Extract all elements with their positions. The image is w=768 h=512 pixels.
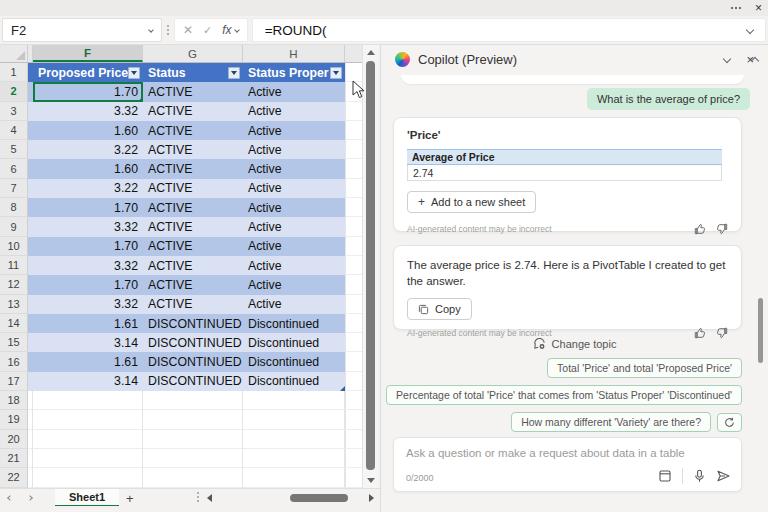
cell-g20[interactable] [143,430,243,449]
cell-h7[interactable]: Active [243,179,345,198]
cell-h15[interactable]: Discontinued [243,333,345,352]
cell-f16[interactable]: 1.61 [33,352,143,371]
row-number[interactable]: 7 [0,179,28,198]
empty-cell[interactable] [345,198,362,217]
cell-h16[interactable]: Discontinued [243,352,345,371]
cell-g14[interactable]: DISCONTINUED [143,314,243,333]
cell-g8[interactable]: ACTIVE [143,198,243,217]
cell-f2[interactable]: 1.70 [33,82,143,101]
empty-cell[interactable] [345,333,362,352]
microphone-icon[interactable] [693,469,706,483]
cell-f11[interactable]: 3.32 [33,256,143,275]
cell-f17[interactable]: 3.14 [33,372,143,391]
empty-cell[interactable] [345,372,362,391]
empty-cell[interactable] [345,256,362,275]
cell-h4[interactable]: Active [243,121,345,140]
cell-g6[interactable]: ACTIVE [143,159,243,178]
cell-f15[interactable]: 3.14 [33,333,143,352]
spreadsheet-grid[interactable]: F G H 1 Proposed Price Status Status Pro… [0,45,362,488]
cell-f20[interactable] [33,430,143,449]
sheet-tab-sheet1[interactable]: Sheet1 [55,489,119,507]
row-number[interactable]: 4 [0,121,28,140]
cell-f13[interactable]: 3.32 [33,295,143,314]
copy-button[interactable]: Copy [407,298,472,320]
row-number[interactable]: 2 [0,82,28,101]
cell-g9[interactable]: ACTIVE [143,217,243,236]
row-number[interactable]: 9 [0,217,28,236]
cell-g21[interactable] [143,449,243,468]
empty-cell[interactable] [345,391,362,410]
row-number[interactable]: 21 [0,449,28,468]
empty-cell[interactable] [345,468,362,487]
cell-f21[interactable] [33,449,143,468]
confirm-entry-icon[interactable]: ✓ [203,24,212,37]
scroll-down-icon[interactable] [367,478,375,483]
cell-g22[interactable] [143,468,243,487]
cell-f22[interactable] [33,468,143,487]
cell-f14[interactable]: 1.61 [33,314,143,333]
cell-g17[interactable]: DISCONTINUED [143,372,243,391]
formula-input[interactable]: =ROUND( [252,18,766,42]
cell-f7[interactable]: 3.22 [33,179,143,198]
cell-h2[interactable]: Active [243,82,345,101]
cell-h5[interactable]: Active [243,140,345,159]
row-number[interactable]: 16 [0,352,28,371]
name-box-chevron-icon[interactable] [148,27,154,33]
cell-f9[interactable]: 3.32 [33,217,143,236]
row-number[interactable]: 3 [0,102,28,121]
scroll-up-icon[interactable] [367,50,375,55]
cell-h20[interactable] [243,430,345,449]
cell-h19[interactable] [243,410,345,429]
row-number[interactable]: 14 [0,314,28,333]
empty-cell[interactable] [345,314,362,333]
table-select-icon[interactable] [658,469,672,483]
column-header-f[interactable]: F [33,45,143,62]
empty-cell[interactable] [345,275,362,294]
row-number[interactable]: 19 [0,410,28,429]
window-more-icon[interactable] [731,7,741,9]
cell-g3[interactable]: ACTIVE [143,102,243,121]
cell-h9[interactable]: Active [243,217,345,236]
panel-scrollbar[interactable] [760,75,766,492]
row-number[interactable]: 22 [0,468,28,487]
cell-h14[interactable]: Discontinued [243,314,345,333]
thumbs-down-icon[interactable] [716,223,728,235]
filter-icon[interactable] [330,67,342,79]
cell-f12[interactable]: 1.70 [33,275,143,294]
cell-g15[interactable]: DISCONTINUED [143,333,243,352]
formula-bar-handle[interactable] [167,16,169,44]
suggestion-pill[interactable]: Percentage of total 'Price' that comes f… [386,385,742,405]
empty-cell[interactable] [345,430,362,449]
cell-h10[interactable]: Active [243,237,345,256]
row-number[interactable]: 20 [0,430,28,449]
table-header-cell[interactable]: Status Proper [243,63,345,82]
select-all-corner[interactable] [0,45,28,62]
empty-cell[interactable] [345,449,362,468]
row-number[interactable]: 17 [0,372,28,391]
row-number[interactable]: 5 [0,140,28,159]
row-number[interactable]: 18 [0,391,28,410]
row-number[interactable]: 6 [0,159,28,178]
panel-collapse-chevron-icon[interactable] [723,55,731,63]
empty-cell[interactable] [345,410,362,429]
table-header-cell[interactable]: Status [143,63,243,82]
row-number[interactable]: 15 [0,333,28,352]
empty-cell[interactable] [345,237,362,256]
prev-sheet-icon[interactable] [7,495,13,501]
panel-scrollbar-thumb[interactable] [758,298,763,363]
cell-h12[interactable]: Active [243,275,345,294]
empty-cell[interactable] [345,179,362,198]
row-number[interactable]: 11 [0,256,28,275]
vertical-scrollbar-thumb[interactable] [366,61,375,470]
empty-cell[interactable] [345,159,362,178]
vertical-scrollbar[interactable] [362,45,378,488]
suggestion-pill[interactable]: How many different 'Variety' are there? [511,412,711,432]
cell-h18[interactable] [243,391,345,410]
cell-g2[interactable]: ACTIVE [143,82,243,101]
cancel-entry-icon[interactable]: ✕ [183,23,193,37]
cell-h17[interactable]: Discontinued [243,372,345,391]
row-number[interactable]: 8 [0,198,28,217]
cell-f6[interactable]: 1.60 [33,159,143,178]
row-number[interactable]: 1 [0,63,28,82]
empty-cell[interactable] [345,121,362,140]
